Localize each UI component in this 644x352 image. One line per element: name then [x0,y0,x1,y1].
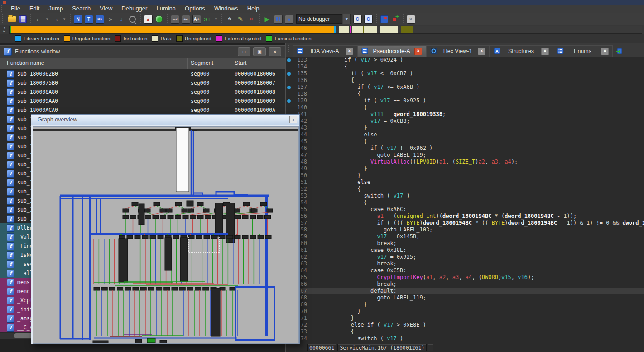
code-line[interactable]: 153 switch ( v17 ) [286,193,644,199]
code-line[interactable]: 133 if ( v17 > 0x924 ) [286,57,644,63]
column-segment[interactable]: Segment [191,60,213,66]
delete-watch-icon[interactable]: × [406,14,416,24]
code-line[interactable]: 171 } [286,315,644,322]
code-line[interactable]: 163 break; [286,260,644,267]
add-breakpoint-icon[interactable] [390,14,400,24]
jump-by-text-icon[interactable]: T [84,14,94,24]
code-line[interactable]: 142 v17 = 0xCB8; [286,118,644,125]
code-line[interactable]: 148 VirtualAlloc((LPVOID)a1, (SIZE_T)a2,… [286,159,644,165]
menu-item-lumina[interactable]: Lumina [152,5,180,13]
code-line[interactable]: 161 case 0xB8E: [286,247,644,254]
code-line[interactable]: 137 if ( v17 <= 0xA6B ) [286,84,644,91]
code-line[interactable]: 146 if ( v17 != 0x962 ) [286,145,644,152]
function-row[interactable]: fsub_180009AA0seg0000000000180009 [0,96,285,106]
code-line[interactable]: 151 else [286,179,644,186]
nav-forward-menu-icon[interactable]: ▾ [62,14,67,24]
code-line[interactable]: 139 if ( v17 == 0x925 ) [286,97,644,104]
debugger-stop-icon[interactable]: ■ [284,14,294,24]
open-file-icon[interactable] [7,14,17,24]
float-button[interactable]: ▣ [253,47,266,56]
graph-overview-titlebar[interactable]: Graph overview x [31,115,299,125]
tab-close-icon[interactable]: × [414,48,422,55]
imports-icon[interactable] [615,48,623,57]
code-line[interactable]: 141 v111 = qword_180019338; [286,111,644,118]
create-data-icon[interactable]: dat [181,14,191,24]
code-line[interactable]: 140 { [286,104,644,111]
code-line[interactable]: 168 goto LABEL_119; [286,294,644,301]
code-line[interactable]: 144 else [286,131,644,138]
column-start[interactable]: Start [235,60,246,66]
nav-back-icon[interactable]: ← [34,14,43,24]
make-function-icon[interactable]: * [225,13,235,25]
delete-function-icon[interactable]: × [246,14,256,24]
close-button[interactable]: ✕ [269,47,281,56]
menu-item-view[interactable]: View [95,5,117,13]
maximize-button[interactable]: □ [238,47,250,56]
code-line[interactable]: 170 } [286,308,644,315]
code-line[interactable]: 149 } [286,165,644,172]
breakpoint-list-icon[interactable] [379,14,389,24]
tab-close-icon[interactable]: × [601,48,609,55]
lumina-status-icon[interactable] [154,14,164,24]
menu-item-options[interactable]: Options [180,5,210,13]
code-line[interactable]: 169 } [286,301,644,308]
code-line[interactable]: 158 goto LABEL_103; [286,227,644,233]
function-row[interactable]: fsub_1800062B0seg0000000000180006 [0,69,285,78]
nav-forward-icon[interactable]: → [51,14,61,24]
search-icon[interactable] [127,14,137,24]
tab-enums[interactable]: Enums× [553,45,613,57]
function-row[interactable]: fsub_180008A80seg0000000000180008 [0,87,285,96]
tab-structures[interactable]: AStructures× [490,45,553,57]
jump-by-name-icon[interactable]: N [73,14,83,24]
tabbar-drag-handle[interactable] [288,45,291,54]
produce-c-file-icon[interactable]: C [352,14,362,24]
code-line[interactable]: 135 if ( v17 <= 0xCB7 ) [286,70,644,77]
code-line[interactable]: 138 { [286,91,644,97]
chevron-down-icon[interactable]: ▼ [343,14,351,24]
toolbar-drag-handle[interactable] [1,14,5,24]
graph-overview-canvas[interactable] [33,126,299,344]
pseudocode-view[interactable]: 133 if ( v17 > 0x924 )134 {135 if ( v17 … [286,57,644,343]
create-menu-icon[interactable]: ▾ [213,14,219,24]
functions-table-header[interactable]: Function name Segment Start [0,58,285,69]
code-line[interactable]: 164 case 0xC5D: [286,267,644,274]
code-line[interactable]: 174 switch ( v17 ) [286,335,644,342]
jump-to-pseudocode-icon[interactable]: C [363,14,373,24]
function-row[interactable]: fsub_18000ACA0seg000000000018000A [0,106,285,115]
code-line[interactable]: 159 v17 = 0x145B; [286,233,644,240]
code-line[interactable]: 147 goto LABEL_119; [286,152,644,159]
code-line[interactable]: 162 v17 = 0x925; [286,254,644,260]
tab-close-icon[interactable]: × [346,48,353,55]
jump-down-icon[interactable]: ↓ [116,14,126,24]
create-name-icon[interactable]: A+ [192,14,202,24]
menu-item-file[interactable]: File [6,5,25,13]
save-file-icon[interactable] [18,14,28,24]
navband-scroll-arrows[interactable]: ◂▸ [1,26,7,33]
menu-item-edit[interactable]: Edit [25,5,44,13]
tab-close-icon[interactable]: × [478,48,485,55]
tab-pseudocode-a[interactable]: Pseudocode-A× [357,45,426,57]
code-line[interactable]: 152 { [286,186,644,193]
tab-hex-view-1[interactable]: Hex View-1× [426,45,490,57]
code-line[interactable]: 136 { [286,77,644,84]
code-line[interactable]: 156 a1 = (unsigned int)(dword_1800194BC … [286,213,644,220]
menu-item-debugger[interactable]: Debugger [117,5,152,13]
function-row[interactable]: fsub_1800075B0seg0000000000180007 [0,78,285,87]
code-line[interactable]: 143 } [286,125,644,131]
code-line[interactable]: 166 break; [286,281,644,288]
close-icon[interactable]: x [289,116,297,123]
tab-ida-view-a[interactable]: IDA View-A× [293,45,357,57]
code-line[interactable]: 155 case 0xA6C: [286,206,644,213]
debugger-run-icon[interactable]: ▶ [262,14,272,24]
code-line[interactable]: 165 CryptImportKey(a1, a2, a3, a4, (DWOR… [286,274,644,281]
debugger-pause-icon[interactable] [273,14,283,24]
functions-window-titlebar[interactable]: f Functions window □▣✕ [0,46,285,58]
code-line[interactable]: 145 { [286,138,644,145]
code-line[interactable]: 172 else if ( v17 > 0xE8E ) [286,322,644,328]
edit-function-icon[interactable]: ✎ [235,14,245,24]
nav-back-menu-icon[interactable]: ▾ [44,14,50,24]
create-code-icon[interactable]: cod [170,14,180,24]
create-struct-icon[interactable]: s+ [202,14,212,24]
code-line[interactable]: 154 { [286,199,644,206]
code-line[interactable]: 173 { [286,328,644,335]
